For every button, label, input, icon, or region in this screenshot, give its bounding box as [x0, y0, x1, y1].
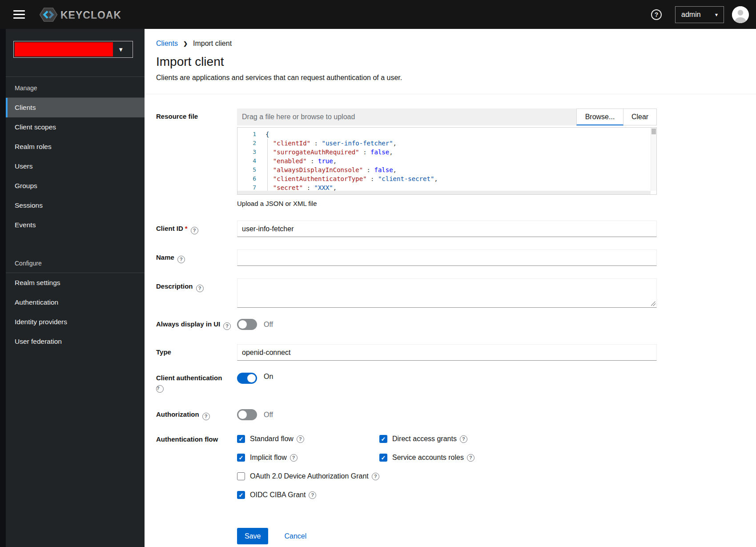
- description-label: Description?: [156, 278, 237, 308]
- realm-selector-dropdown[interactable]: ▼: [13, 41, 133, 58]
- clear-button[interactable]: Clear: [623, 109, 657, 125]
- checkbox-row-oauth-2-0-device-authorization-grant: OAuth 2.0 Device Authorization Grant?: [237, 472, 475, 480]
- nav-section-title-manage: Manage: [6, 77, 145, 97]
- help-icon[interactable]: ?: [290, 454, 298, 462]
- checkbox-service-accounts-roles[interactable]: ✓: [379, 454, 387, 462]
- type-input[interactable]: [237, 344, 657, 361]
- help-icon[interactable]: ?: [196, 285, 204, 292]
- help-icon[interactable]: ?: [372, 473, 379, 480]
- description-textarea[interactable]: [237, 278, 657, 308]
- file-drop-zone[interactable]: Drag a file here or browse to upload: [237, 109, 576, 125]
- caret-down-icon: ▾: [715, 12, 718, 18]
- line-number: 4: [237, 157, 256, 165]
- help-icon[interactable]: ?: [191, 227, 198, 234]
- type-label: Type: [156, 344, 237, 361]
- checkbox-row-service-accounts-roles: ✓Service accounts roles?: [379, 454, 475, 462]
- checkbox-label: OIDC CIBA Grant: [250, 491, 306, 499]
- file-upload-group: Drag a file here or browse to upload Bro…: [237, 109, 657, 125]
- code-line: 6 "clientAuthenticatorType" : "client-se…: [237, 174, 656, 183]
- help-icon[interactable]: ?: [297, 435, 304, 443]
- always-display-toggle[interactable]: [237, 319, 257, 330]
- help-icon[interactable]: ?: [223, 322, 231, 330]
- avatar-placeholder-icon: [732, 6, 749, 23]
- code-line: 1{: [237, 130, 656, 139]
- page-subtitle: Clients are applications and services th…: [156, 72, 738, 83]
- sidebar-item-groups[interactable]: Groups: [6, 176, 145, 196]
- sidebar-item-users[interactable]: Users: [6, 157, 145, 176]
- authorization-toggle[interactable]: [237, 409, 257, 420]
- form-actions: Save Cancel: [237, 528, 756, 544]
- checkbox-oidc-ciba-grant[interactable]: ✓: [237, 491, 245, 499]
- avatar: [732, 6, 749, 23]
- help-icon[interactable]: ?: [460, 435, 467, 443]
- user-dropdown[interactable]: admin ▾: [675, 6, 724, 23]
- checkbox-oauth-2-0-device-authorization-grant[interactable]: [237, 472, 245, 480]
- client-authentication-toggle[interactable]: [237, 373, 257, 384]
- checkbox-label: Service accounts roles: [392, 454, 464, 462]
- checkbox-standard-flow[interactable]: ✓: [237, 435, 245, 443]
- code-editor[interactable]: 1{2 "clientId" : "user-info-fetcher",3 "…: [237, 127, 657, 195]
- code-line: 4 "enabled" : true,: [237, 157, 656, 165]
- checkbox-implicit-flow[interactable]: ✓: [237, 454, 245, 462]
- keycloak-logo-image: KEYCLOAK: [40, 7, 121, 23]
- sidebar-item-identity-providers[interactable]: Identity providers: [6, 312, 145, 332]
- authentication-flow-row: Authentication flow ✓Standard flow?✓Dire…: [156, 435, 756, 499]
- sidebar-item-client-scopes[interactable]: Client scopes: [6, 117, 145, 137]
- save-button[interactable]: Save: [237, 528, 268, 544]
- scrollbar-thumb[interactable]: [651, 129, 656, 134]
- sidebar-item-clients[interactable]: Clients: [6, 98, 145, 117]
- resource-file-label: Resource file: [156, 109, 237, 207]
- required-asterisk: *: [185, 225, 188, 232]
- code-text: "alwaysDisplayInConsole" : false,: [256, 165, 397, 174]
- sidebar-item-authentication[interactable]: Authentication: [6, 293, 145, 312]
- client-authentication-label: Client authentication ?: [156, 373, 237, 394]
- help-icon[interactable]: ?: [467, 454, 475, 462]
- sidebar-item-sessions[interactable]: Sessions: [6, 196, 145, 215]
- checkbox-direct-access-grants[interactable]: ✓: [379, 435, 387, 443]
- sidebar-item-realm-roles[interactable]: Realm roles: [6, 137, 145, 157]
- help-icon[interactable]: ?: [177, 256, 185, 263]
- authentication-flow-options: ✓Standard flow?✓Direct access grants?✓Im…: [237, 435, 657, 499]
- code-editor-lines: 1{2 "clientId" : "user-info-fetcher",3 "…: [237, 130, 656, 192]
- sidebar-item-events[interactable]: Events: [6, 215, 145, 235]
- authorization-row: Authorization? Off: [156, 409, 756, 420]
- authentication-flow-label: Authentication flow: [156, 435, 237, 499]
- client-id-input[interactable]: [237, 221, 657, 237]
- sidebar-item-realm-settings[interactable]: Realm settings: [6, 273, 145, 293]
- client-authentication-state: On: [264, 373, 273, 381]
- browse-button[interactable]: Browse...: [576, 109, 623, 125]
- always-display-row: Always display in UI? Off: [156, 319, 756, 330]
- editor-horizontal-scrollbar[interactable]: [237, 191, 651, 194]
- line-number: 5: [237, 165, 256, 174]
- help-icon[interactable]: ?: [309, 491, 316, 499]
- help-icon[interactable]: ?: [202, 413, 210, 420]
- name-row: Name?: [156, 249, 756, 266]
- line-number: 2: [237, 139, 256, 148]
- editor-vertical-scrollbar[interactable]: [651, 128, 656, 191]
- client-authentication-row: Client authentication ? On: [156, 373, 756, 394]
- page-title: Import client: [156, 54, 738, 70]
- checkbox-row-oidc-ciba-grant: ✓OIDC CIBA Grant?: [237, 491, 475, 499]
- caret-down-icon: ▼: [118, 46, 124, 53]
- resize-handle-icon[interactable]: [651, 302, 655, 306]
- page-header: Clients ❯ Import client Import client Cl…: [145, 29, 756, 94]
- keycloak-logo[interactable]: KEYCLOAK: [40, 7, 121, 23]
- checkbox-label: Direct access grants: [392, 435, 457, 443]
- help-menu-icon[interactable]: ?: [651, 9, 662, 20]
- breadcrumb-clients-link[interactable]: Clients: [156, 40, 178, 48]
- code-line: 2 "clientId" : "user-info-fetcher",: [237, 139, 656, 148]
- nav-toggle-hamburger-icon[interactable]: [13, 10, 25, 19]
- sidebar: ▼ ManageClientsClient scopesRealm rolesU…: [0, 29, 145, 547]
- code-text: "enabled" : true,: [256, 157, 337, 165]
- cancel-button[interactable]: Cancel: [284, 532, 306, 540]
- line-number: 6: [237, 174, 256, 183]
- checkbox-row-direct-access-grants: ✓Direct access grants?: [379, 435, 475, 443]
- resource-file-helper: Upload a JSON or XML file: [237, 200, 657, 207]
- name-input[interactable]: [237, 249, 657, 266]
- help-icon[interactable]: ?: [156, 385, 164, 393]
- sidebar-item-user-federation[interactable]: User federation: [6, 332, 145, 351]
- client-id-row: Client ID*?: [156, 221, 756, 237]
- breadcrumb: Clients ❯ Import client: [156, 40, 738, 48]
- checkbox-row-implicit-flow: ✓Implicit flow?: [237, 454, 379, 462]
- always-display-state: Off: [264, 321, 273, 329]
